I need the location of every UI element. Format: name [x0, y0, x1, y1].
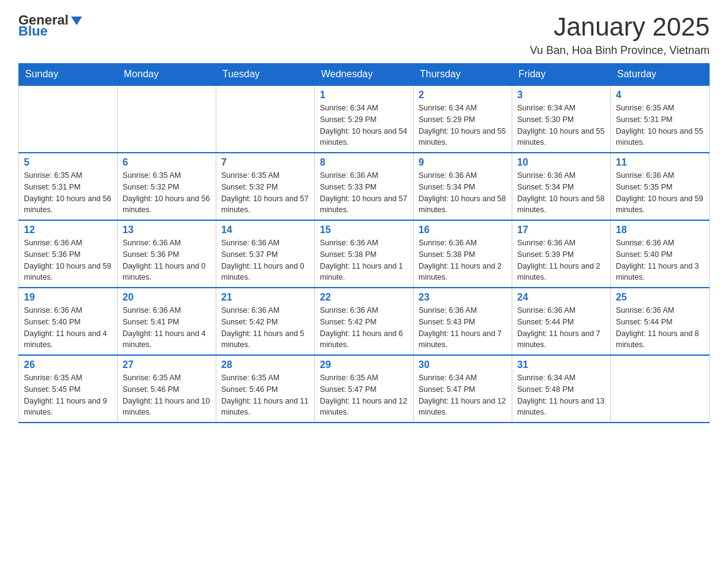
- calendar-day-header: Monday: [118, 64, 216, 86]
- calendar-day-header: Saturday: [611, 64, 710, 86]
- day-number: 3: [517, 90, 605, 101]
- calendar-week-row: 12Sunrise: 6:36 AM Sunset: 5:36 PM Dayli…: [19, 220, 710, 288]
- day-info: Sunrise: 6:36 AM Sunset: 5:44 PM Dayligh…: [517, 305, 605, 351]
- day-number: 11: [616, 157, 704, 168]
- title-section: January 2025 Vu Ban, Hoa Binh Province, …: [530, 12, 710, 57]
- day-info: Sunrise: 6:36 AM Sunset: 5:33 PM Dayligh…: [320, 170, 408, 216]
- calendar-day-cell: 12Sunrise: 6:36 AM Sunset: 5:36 PM Dayli…: [19, 220, 118, 288]
- day-info: Sunrise: 6:36 AM Sunset: 5:36 PM Dayligh…: [24, 237, 112, 283]
- calendar-day-cell: 28Sunrise: 6:35 AM Sunset: 5:46 PM Dayli…: [216, 355, 315, 423]
- calendar-week-row: 1Sunrise: 6:34 AM Sunset: 5:29 PM Daylig…: [19, 85, 710, 153]
- day-number: 14: [221, 224, 309, 236]
- day-number: 4: [616, 90, 704, 101]
- day-number: 7: [221, 157, 309, 168]
- day-number: 23: [419, 292, 507, 303]
- day-info: Sunrise: 6:36 AM Sunset: 5:35 PM Dayligh…: [616, 170, 704, 216]
- day-info: Sunrise: 6:36 AM Sunset: 5:37 PM Dayligh…: [221, 237, 309, 283]
- day-number: 13: [123, 224, 211, 236]
- calendar-day-cell: 30Sunrise: 6:34 AM Sunset: 5:47 PM Dayli…: [414, 355, 512, 423]
- calendar-day-cell: 22Sunrise: 6:36 AM Sunset: 5:42 PM Dayli…: [315, 288, 414, 355]
- day-info: Sunrise: 6:36 AM Sunset: 5:44 PM Dayligh…: [616, 305, 704, 351]
- calendar-day-cell: [216, 85, 315, 153]
- calendar-day-header: Thursday: [414, 64, 512, 86]
- day-number: 18: [616, 224, 704, 236]
- calendar-day-cell: 27Sunrise: 6:35 AM Sunset: 5:46 PM Dayli…: [118, 355, 216, 423]
- day-number: 15: [320, 224, 408, 236]
- day-number: 5: [24, 157, 112, 168]
- day-info: Sunrise: 6:36 AM Sunset: 5:38 PM Dayligh…: [419, 237, 507, 283]
- calendar-week-row: 19Sunrise: 6:36 AM Sunset: 5:40 PM Dayli…: [19, 288, 710, 355]
- day-info: Sunrise: 6:36 AM Sunset: 5:38 PM Dayligh…: [320, 237, 408, 283]
- day-info: Sunrise: 6:34 AM Sunset: 5:29 PM Dayligh…: [419, 102, 507, 148]
- calendar-day-header: Tuesday: [216, 64, 315, 86]
- day-info: Sunrise: 6:36 AM Sunset: 5:36 PM Dayligh…: [123, 237, 211, 283]
- day-info: Sunrise: 6:36 AM Sunset: 5:40 PM Dayligh…: [616, 237, 704, 283]
- svg-marker-0: [71, 17, 82, 25]
- day-info: Sunrise: 6:34 AM Sunset: 5:47 PM Dayligh…: [419, 372, 507, 418]
- day-number: 1: [320, 90, 408, 101]
- day-number: 10: [517, 157, 605, 168]
- day-info: Sunrise: 6:35 AM Sunset: 5:32 PM Dayligh…: [221, 170, 309, 216]
- calendar-day-cell: 25Sunrise: 6:36 AM Sunset: 5:44 PM Dayli…: [611, 288, 710, 355]
- day-number: 24: [517, 292, 605, 303]
- calendar-day-header: Friday: [512, 64, 611, 86]
- day-number: 29: [320, 359, 408, 370]
- day-info: Sunrise: 6:34 AM Sunset: 5:30 PM Dayligh…: [517, 102, 605, 148]
- calendar-day-cell: 13Sunrise: 6:36 AM Sunset: 5:36 PM Dayli…: [118, 220, 216, 288]
- calendar-week-row: 5Sunrise: 6:35 AM Sunset: 5:31 PM Daylig…: [19, 153, 710, 220]
- calendar-day-cell: 16Sunrise: 6:36 AM Sunset: 5:38 PM Dayli…: [414, 220, 512, 288]
- day-number: 9: [419, 157, 507, 168]
- day-number: 22: [320, 292, 408, 303]
- day-number: 27: [123, 359, 211, 370]
- calendar-day-cell: [118, 85, 216, 153]
- day-number: 21: [221, 292, 309, 303]
- day-number: 30: [419, 359, 507, 370]
- calendar-day-cell: 3Sunrise: 6:34 AM Sunset: 5:30 PM Daylig…: [512, 85, 611, 153]
- calendar-day-cell: 21Sunrise: 6:36 AM Sunset: 5:42 PM Dayli…: [216, 288, 315, 355]
- day-number: 19: [24, 292, 112, 303]
- calendar-day-cell: [19, 85, 118, 153]
- day-number: 16: [419, 224, 507, 236]
- day-number: 17: [517, 224, 605, 236]
- calendar-day-cell: 11Sunrise: 6:36 AM Sunset: 5:35 PM Dayli…: [611, 153, 710, 220]
- calendar-day-cell: 31Sunrise: 6:34 AM Sunset: 5:48 PM Dayli…: [512, 355, 611, 423]
- day-number: 2: [419, 90, 507, 101]
- day-info: Sunrise: 6:34 AM Sunset: 5:29 PM Dayligh…: [320, 102, 408, 148]
- calendar-day-cell: [611, 355, 710, 423]
- calendar-day-cell: 8Sunrise: 6:36 AM Sunset: 5:33 PM Daylig…: [315, 153, 414, 220]
- day-number: 12: [24, 224, 112, 236]
- day-number: 31: [517, 359, 605, 370]
- day-info: Sunrise: 6:34 AM Sunset: 5:48 PM Dayligh…: [517, 372, 605, 418]
- calendar-day-cell: 29Sunrise: 6:35 AM Sunset: 5:47 PM Dayli…: [315, 355, 414, 423]
- calendar-day-cell: 23Sunrise: 6:36 AM Sunset: 5:43 PM Dayli…: [414, 288, 512, 355]
- day-number: 8: [320, 157, 408, 168]
- day-info: Sunrise: 6:35 AM Sunset: 5:31 PM Dayligh…: [616, 102, 704, 148]
- logo: General Blue: [18, 12, 83, 39]
- calendar-day-cell: 4Sunrise: 6:35 AM Sunset: 5:31 PM Daylig…: [611, 85, 710, 153]
- day-info: Sunrise: 6:35 AM Sunset: 5:32 PM Dayligh…: [123, 170, 211, 216]
- day-info: Sunrise: 6:35 AM Sunset: 5:47 PM Dayligh…: [320, 372, 408, 418]
- calendar-day-cell: 14Sunrise: 6:36 AM Sunset: 5:37 PM Dayli…: [216, 220, 315, 288]
- calendar-day-cell: 19Sunrise: 6:36 AM Sunset: 5:40 PM Dayli…: [19, 288, 118, 355]
- day-number: 20: [123, 292, 211, 303]
- calendar-day-cell: 6Sunrise: 6:35 AM Sunset: 5:32 PM Daylig…: [118, 153, 216, 220]
- day-info: Sunrise: 6:35 AM Sunset: 5:46 PM Dayligh…: [221, 372, 309, 418]
- calendar-day-cell: 1Sunrise: 6:34 AM Sunset: 5:29 PM Daylig…: [315, 85, 414, 153]
- logo-arrow-icon: [70, 14, 83, 28]
- day-info: Sunrise: 6:36 AM Sunset: 5:42 PM Dayligh…: [320, 305, 408, 351]
- page-header: General Blue January 2025 Vu Ban, Hoa Bi…: [18, 12, 710, 57]
- day-info: Sunrise: 6:36 AM Sunset: 5:39 PM Dayligh…: [517, 237, 605, 283]
- calendar-table: SundayMondayTuesdayWednesdayThursdayFrid…: [18, 63, 710, 423]
- calendar-day-cell: 2Sunrise: 6:34 AM Sunset: 5:29 PM Daylig…: [414, 85, 512, 153]
- calendar-day-cell: 9Sunrise: 6:36 AM Sunset: 5:34 PM Daylig…: [414, 153, 512, 220]
- day-info: Sunrise: 6:36 AM Sunset: 5:43 PM Dayligh…: [419, 305, 507, 351]
- calendar-day-header: Wednesday: [315, 64, 414, 86]
- calendar-day-header: Sunday: [19, 64, 118, 86]
- calendar-day-cell: 10Sunrise: 6:36 AM Sunset: 5:34 PM Dayli…: [512, 153, 611, 220]
- month-title: January 2025: [530, 12, 710, 42]
- location-text: Vu Ban, Hoa Binh Province, Vietnam: [530, 44, 710, 57]
- day-number: 26: [24, 359, 112, 370]
- day-info: Sunrise: 6:36 AM Sunset: 5:41 PM Dayligh…: [123, 305, 211, 351]
- calendar-day-cell: 7Sunrise: 6:35 AM Sunset: 5:32 PM Daylig…: [216, 153, 315, 220]
- calendar-day-cell: 15Sunrise: 6:36 AM Sunset: 5:38 PM Dayli…: [315, 220, 414, 288]
